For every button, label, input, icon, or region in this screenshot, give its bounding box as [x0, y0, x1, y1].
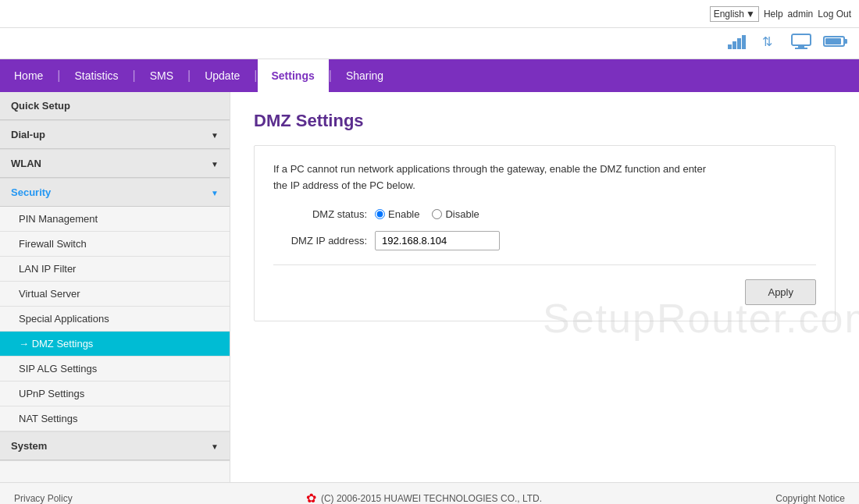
dmz-ip-label: DMZ IP address: [273, 235, 375, 247]
svg-rect-3 [742, 35, 746, 49]
chevron-down-icon [211, 440, 219, 452]
apply-row: Apply [273, 279, 816, 305]
language-selector[interactable]: English ▼ [710, 6, 759, 22]
page-title: DMZ Settings [254, 111, 836, 131]
sidebar-item-nat-settings[interactable]: NAT Settings [0, 406, 230, 431]
svg-rect-2 [737, 38, 741, 49]
apply-button[interactable]: Apply [745, 279, 816, 305]
footer: Privacy Policy ✿ (C) 2006-2015 HUAWEI TE… [0, 482, 859, 504]
enable-label: Enable [388, 208, 419, 220]
privacy-policy-link[interactable]: Privacy Policy [14, 493, 73, 504]
enable-radio-option[interactable]: Enable [375, 208, 419, 220]
language-label: English [714, 9, 744, 20]
sidebar-item-special-applications[interactable]: Special Applications [0, 307, 230, 332]
nav-statistics[interactable]: Statistics [61, 59, 133, 92]
battery-icon [823, 34, 848, 52]
svg-rect-6 [798, 45, 804, 48]
main-layout: Quick Setup Dial-up WLAN Security PIN Ma [0, 92, 859, 482]
sidebar: Quick Setup Dial-up WLAN Security PIN Ma [0, 92, 230, 482]
disable-radio-option[interactable]: Disable [432, 208, 479, 220]
nav-sharing[interactable]: Sharing [332, 59, 397, 92]
signal-bar: ⇅ [0, 28, 859, 59]
user-label: admin [788, 9, 814, 20]
content-area: SetupRouter.com DMZ Settings If a PC can… [230, 92, 859, 482]
sidebar-item-pin-management[interactable]: PIN Management [0, 207, 230, 232]
sidebar-item-dmz-settings[interactable]: DMZ Settings [0, 332, 230, 357]
top-bar-right: English ▼ Help admin Log Out [710, 6, 851, 22]
disable-label: Disable [445, 208, 479, 220]
signal-icon [728, 34, 751, 53]
sidebar-item-firewall-switch[interactable]: Firewall Switch [0, 232, 230, 257]
sidebar-item-lan-ip-filter[interactable]: LAN IP Filter [0, 257, 230, 282]
sidebar-header-system[interactable]: System [0, 432, 230, 460]
content-body: If a PC cannot run network applications … [254, 145, 836, 321]
dmz-status-row: DMZ status: Enable Disable [273, 208, 816, 220]
svg-rect-0 [728, 44, 732, 49]
top-bar-links: Help admin Log Out [764, 9, 851, 20]
nav-sms[interactable]: SMS [136, 59, 187, 92]
svg-rect-9 [844, 39, 847, 44]
chevron-down-icon [211, 129, 219, 140]
logout-link[interactable]: Log Out [818, 9, 851, 20]
description: If a PC cannot run network applications … [273, 161, 816, 194]
chevron-down-icon [211, 158, 219, 169]
sidebar-item-virtual-server[interactable]: Virtual Server [0, 282, 230, 307]
svg-rect-7 [795, 48, 807, 49]
sidebar-header-wlan[interactable]: WLAN [0, 150, 230, 178]
nav-home[interactable]: Home [0, 59, 57, 92]
divider [273, 264, 816, 265]
help-link[interactable]: Help [764, 9, 783, 20]
sidebar-item-sip-alg-settings[interactable]: SIP ALG Settings [0, 357, 230, 382]
dmz-ip-row: DMZ IP address: [273, 231, 816, 250]
svg-rect-10 [825, 38, 841, 44]
svg-rect-1 [732, 41, 736, 49]
nav-bar: Home | Statistics | SMS | Update | Setti… [0, 59, 859, 92]
nav-update[interactable]: Update [191, 59, 254, 92]
sidebar-section-wlan: WLAN [0, 150, 230, 179]
enable-radio[interactable] [375, 209, 385, 219]
footer-center: ✿ (C) 2006-2015 HUAWEI TECHNOLOGIES CO.,… [306, 491, 542, 504]
monitor-icon [790, 33, 812, 54]
dmz-ip-input[interactable] [375, 231, 500, 250]
top-bar: English ▼ Help admin Log Out [0, 0, 859, 28]
chevron-down-icon [211, 186, 219, 198]
sidebar-header-dialup[interactable]: Dial-up [0, 121, 230, 149]
sidebar-item-upnp-settings[interactable]: UPnP Settings [0, 382, 230, 406]
nav-settings[interactable]: Settings [258, 59, 329, 92]
disable-radio[interactable] [432, 209, 442, 219]
sidebar-header-quicksetup[interactable]: Quick Setup [0, 92, 230, 120]
copyright-text: (C) 2006-2015 HUAWEI TECHNOLOGIES CO., L… [321, 493, 542, 504]
transfer-icon: ⇅ [762, 34, 779, 53]
sidebar-section-quicksetup: Quick Setup [0, 92, 230, 121]
sidebar-section-dialup: Dial-up [0, 121, 230, 150]
sidebar-section-system: System [0, 432, 230, 461]
svg-rect-5 [792, 34, 811, 45]
chevron-down-icon: ▼ [746, 9, 755, 20]
dmz-status-radio-group: Enable Disable [375, 208, 479, 220]
dmz-status-label: DMZ status: [273, 208, 375, 220]
svg-text:⇅: ⇅ [762, 35, 772, 48]
copyright-notice-link[interactable]: Copyright Notice [775, 493, 845, 504]
sidebar-section-security: Security PIN Management Firewall Switch … [0, 179, 230, 432]
huawei-logo-icon: ✿ [306, 491, 316, 504]
sidebar-header-security[interactable]: Security [0, 179, 230, 207]
